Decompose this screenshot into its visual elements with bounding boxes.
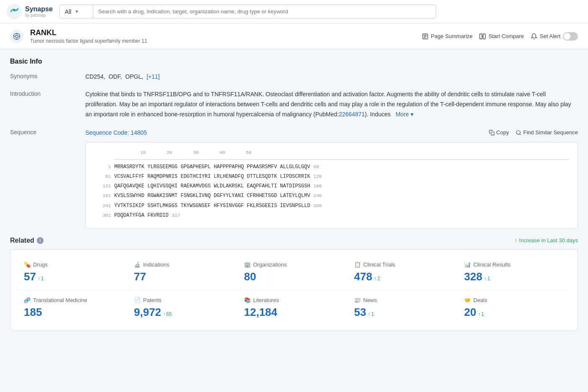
related-grid: 💊 Drugs 57 ↑1 🔬 Indications 77: [10, 249, 578, 331]
page-summarize-button[interactable]: Page Summarize: [422, 33, 473, 40]
news-increase: ↑1: [368, 311, 374, 317]
seq-row-241: 241 YVTKTSIKIP SSHTLMKGGS TKYWSGNSEF HFY…: [94, 202, 569, 210]
svg-point-1: [13, 9, 15, 11]
search-bar: All ▼: [59, 5, 436, 18]
introduction-row: Introduction Cytokine that binds to TNFR…: [10, 90, 578, 119]
synonym-odf: ODF,: [108, 72, 122, 81]
sequence-actions: Copy Find Similar Sequence: [489, 128, 578, 137]
deals-icon: 🤝: [464, 297, 471, 303]
compare-icon: [479, 33, 486, 40]
related-title: Related i: [10, 237, 44, 244]
related-patents[interactable]: 📄 Patents 9,972 ↑65: [129, 294, 239, 322]
svg-point-2: [17, 8, 18, 10]
related-title-text: Related: [10, 237, 34, 244]
alert-label: Set Alert: [540, 33, 560, 39]
literatures-count: 12,184: [244, 306, 344, 319]
sequence-code[interactable]: Sequence Code: 14805: [85, 128, 147, 137]
search-input[interactable]: [93, 5, 436, 18]
related-organizations[interactable]: 🏢 Organizations 80: [239, 258, 349, 287]
related-drugs[interactable]: 💊 Drugs 57 ↑1: [19, 258, 129, 287]
header: Synapse by patsnap All ▼: [0, 0, 588, 23]
translational-icon: 🧬: [24, 297, 31, 303]
more-button[interactable]: More ▾: [395, 111, 413, 118]
svg-point-17: [516, 131, 520, 134]
indications-count: 77: [134, 270, 234, 283]
deals-count: 20 ↑1: [464, 306, 564, 319]
clinical-results-count: 328 ↑1: [464, 270, 564, 283]
related-clinical-results[interactable]: 📊 Clinical Results 328 ↑1: [459, 258, 569, 287]
organizations-count: 80: [244, 270, 344, 283]
svg-line-18: [520, 134, 521, 135]
literatures-label: Literatures: [253, 297, 279, 303]
logo-icon: [7, 4, 22, 19]
sequence-header: Sequence Code: 14805 Copy: [85, 128, 578, 137]
related-grid-divider: [19, 290, 569, 290]
seq-divider: [114, 159, 569, 160]
clinical-trials-increase: ↑2: [374, 276, 380, 282]
drugs-label: Drugs: [33, 261, 48, 268]
related-clinical-trials[interactable]: 📋 Clinical Trials 478 ↑2: [349, 258, 459, 287]
synonym-cd254: CD254,: [85, 72, 105, 81]
sequence-label: Sequence: [10, 128, 85, 228]
svg-rect-16: [491, 132, 494, 135]
increase-label: ↑ Increase in Last 30 days: [515, 237, 578, 243]
start-compare-button[interactable]: Start Compare: [479, 33, 524, 40]
copy-icon: [489, 130, 495, 136]
introduction-label: Introduction: [10, 90, 85, 119]
synonyms-more-link[interactable]: [+11]: [146, 72, 160, 81]
logo-text: Synapse by patsnap: [25, 5, 53, 18]
related-indications[interactable]: 🔬 Indications 77: [129, 258, 239, 287]
chevron-down-icon: ▼: [74, 9, 79, 14]
introduction-text: Cytokine that binds to TNFRSF11B/OPG and…: [85, 91, 571, 118]
clinical-results-icon: 📊: [464, 261, 471, 268]
clinical-trials-count: 478 ↑2: [354, 270, 454, 283]
svg-rect-13: [480, 34, 482, 39]
main-content: Basic Info Synonyms CD254, ODF, OPGL, [+…: [0, 49, 588, 339]
target-icon: [10, 30, 23, 43]
indications-label: Indications: [143, 261, 169, 268]
page-title: RANKL: [30, 28, 415, 37]
seq-row-121: 121 QAFQGAVQKE LQHIVGSQHI RAEKAMVDGS WLD…: [94, 182, 569, 190]
sequence-row: Sequence Sequence Code: 14805 Copy: [10, 128, 578, 228]
translational-count: 185: [24, 306, 124, 319]
copy-button[interactable]: Copy: [489, 128, 509, 137]
drugs-count: 57 ↑1: [24, 270, 124, 283]
title-actions: Page Summarize Start Compare Set Alert: [422, 32, 578, 41]
clinical-results-label: Clinical Results: [473, 261, 511, 268]
svg-point-0: [7, 4, 22, 19]
set-alert-button[interactable]: Set Alert: [531, 32, 578, 41]
summarize-icon: [422, 33, 429, 40]
svg-rect-14: [483, 34, 485, 39]
drugs-increase: ↑1: [38, 276, 44, 282]
search-select-dropdown[interactable]: All ▼: [60, 5, 93, 18]
introduction-value: Cytokine that binds to TNFRSF11B/OPG and…: [85, 90, 578, 119]
related-news[interactable]: 📰 News 53 ↑1: [349, 294, 459, 322]
title-info: RANKL Tumor necrosis factor ligand super…: [30, 28, 415, 44]
sequence-value: Sequence Code: 14805 Copy: [85, 128, 578, 228]
logo[interactable]: Synapse by patsnap: [7, 4, 53, 19]
find-similar-icon: [516, 130, 521, 136]
drugs-icon: 💊: [24, 261, 31, 268]
deals-increase: ↑1: [478, 311, 484, 317]
organizations-icon: 🏢: [244, 261, 251, 268]
related-translational[interactable]: 🧬 Translational Medicine 185: [19, 294, 129, 322]
pubmed-link[interactable]: 22664871: [339, 111, 365, 118]
search-select-value: All: [65, 8, 72, 15]
basic-info-title: Basic Info: [10, 58, 578, 65]
related-literatures[interactable]: 📚 Literatures 12,184: [239, 294, 349, 322]
patents-increase: ↑65: [163, 311, 172, 317]
indications-icon: 🔬: [134, 261, 141, 268]
clinical-results-increase: ↑1: [484, 276, 490, 282]
logo-synapse: Synapse: [25, 5, 53, 13]
related-deals[interactable]: 🤝 Deals 20 ↑1: [459, 294, 569, 322]
find-similar-label: Find Similar Sequence: [523, 128, 578, 137]
related-info-icon[interactable]: i: [37, 237, 44, 244]
increase-text-label: Increase in Last 30 days: [519, 237, 578, 243]
organizations-label: Organizations: [253, 261, 287, 268]
find-similar-button[interactable]: Find Similar Sequence: [516, 128, 578, 137]
sequence-box: 10 20 30 40 50 1 MRRASRDYTK YLRGSEEMGG G…: [85, 142, 578, 228]
related-header: Related i ↑ Increase in Last 30 days: [10, 237, 578, 244]
seq-ruler: 10 20 30 40 50: [114, 149, 569, 157]
seq-row-181: 181 KVSLSSWYHD RGWAKISNMT FSNGKLIVNQ DGF…: [94, 192, 569, 200]
alert-toggle[interactable]: [563, 32, 578, 41]
